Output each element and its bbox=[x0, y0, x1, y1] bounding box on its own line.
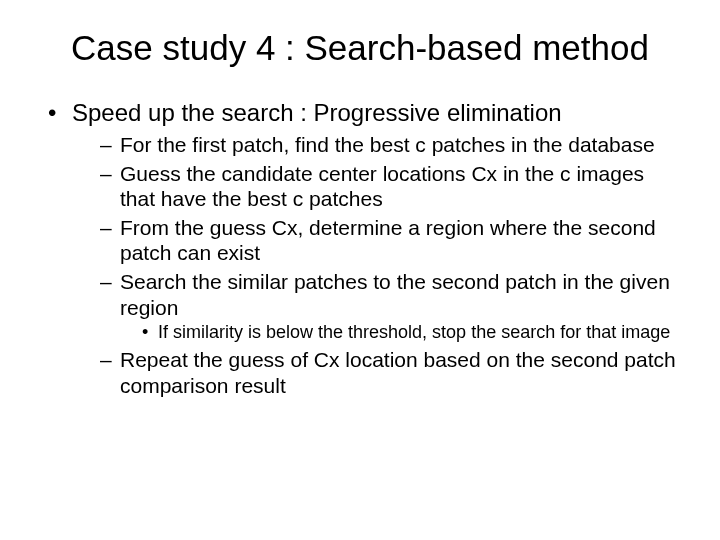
list-item: Speed up the search : Progressive elimin… bbox=[48, 98, 680, 398]
list-item: Guess the candidate center locations Cx … bbox=[100, 161, 680, 212]
bullet-text: Guess the candidate center locations Cx … bbox=[120, 162, 644, 211]
list-item: From the guess Cx, determine a region wh… bbox=[100, 215, 680, 266]
list-item: If similarity is below the threshold, st… bbox=[142, 322, 680, 344]
list-item: Repeat the guess of Cx location based on… bbox=[100, 347, 680, 398]
bullet-list-level2: For the first patch, find the best c pat… bbox=[100, 132, 680, 398]
bullet-text: Repeat the guess of Cx location based on… bbox=[120, 348, 676, 397]
slide-title: Case study 4 : Search-based method bbox=[40, 28, 680, 68]
bullet-text: If similarity is below the threshold, st… bbox=[158, 322, 670, 342]
bullet-text: Search the similar patches to the second… bbox=[120, 270, 670, 319]
slide: Case study 4 : Search-based method Speed… bbox=[0, 0, 720, 540]
bullet-text: For the first patch, find the best c pat… bbox=[120, 133, 655, 156]
bullet-text: From the guess Cx, determine a region wh… bbox=[120, 216, 656, 265]
bullet-text: Speed up the search : Progressive elimin… bbox=[72, 99, 562, 126]
list-item: Search the similar patches to the second… bbox=[100, 269, 680, 344]
bullet-list-level1: Speed up the search : Progressive elimin… bbox=[48, 98, 680, 398]
list-item: For the first patch, find the best c pat… bbox=[100, 132, 680, 158]
bullet-list-level3: If similarity is below the threshold, st… bbox=[142, 322, 680, 344]
